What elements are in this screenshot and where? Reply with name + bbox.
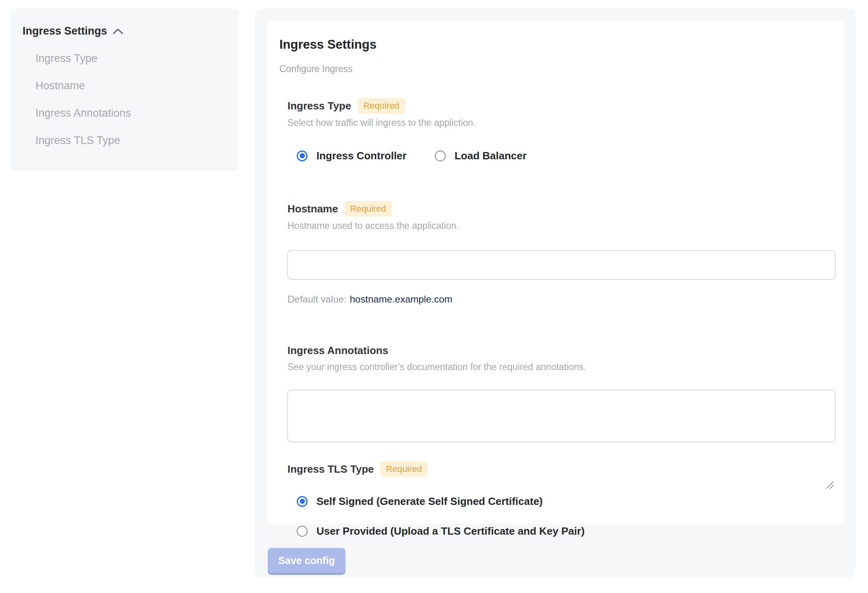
radio-button-icon[interactable] — [297, 150, 308, 161]
field-ingress-tls-type: Ingress TLS Type Required Self Signed (G… — [287, 461, 831, 538]
hostname-help: Hostname used to access the application. — [287, 220, 831, 232]
sidebar-section-toggle[interactable]: Ingress Settings — [23, 23, 227, 39]
required-badge: Required — [380, 461, 428, 477]
ingress-settings-card: Ingress Settings Configure Ingress Ingre… — [267, 21, 843, 523]
ingress-annotations-help: See your ingress controller’s documentat… — [287, 361, 831, 373]
radio-label: User Provided (Upload a TLS Certificate … — [316, 524, 585, 538]
hostname-input[interactable] — [287, 250, 835, 280]
ingress-tls-type-label: Ingress TLS Type — [287, 462, 374, 476]
radio-ingress-controller[interactable]: Ingress Controller — [297, 149, 407, 163]
sidebar-item-ingress-annotations[interactable]: Ingress Annotations — [35, 99, 227, 127]
sidebar-item-ingress-tls-type[interactable]: Ingress TLS Type — [35, 127, 227, 154]
hostname-label: Hostname — [287, 202, 338, 216]
ingress-annotations-label: Ingress Annotations — [287, 343, 388, 358]
radio-label: Self Signed (Generate Self Signed Certif… — [316, 494, 543, 508]
radio-button-icon[interactable] — [435, 150, 446, 161]
sidebar-section-title: Ingress Settings — [23, 23, 107, 39]
default-value-label: Default value: — [287, 294, 347, 305]
radio-load-balancer[interactable]: Load Balancer — [435, 149, 527, 163]
radio-label: Ingress Controller — [316, 149, 407, 163]
ingress-annotations-textarea[interactable] — [287, 390, 835, 442]
radio-label: Load Balancer — [455, 149, 527, 163]
field-ingress-type: Ingress Type Required Select how traffic… — [287, 98, 831, 163]
chevron-up-icon — [113, 23, 123, 39]
field-hostname: Hostname Required Hostname used to acces… — [287, 201, 831, 305]
ingress-type-help: Select how traffic will ingress to the a… — [287, 117, 831, 129]
default-value-text: hostname.example.com — [350, 294, 453, 305]
required-badge: Required — [358, 98, 405, 113]
ingress-annotations-textarea-wrap — [287, 390, 835, 442]
ingress-type-label: Ingress Type — [287, 99, 351, 113]
ingress-settings-panel: Ingress Settings Configure Ingress Ingre… — [255, 9, 856, 578]
save-config-button[interactable]: Save config — [268, 548, 345, 573]
radio-self-signed[interactable]: Self Signed (Generate Self Signed Certif… — [297, 494, 831, 508]
ingress-type-radio-group: Ingress Controller Load Balancer — [297, 149, 831, 163]
page-subtitle: Configure Ingress — [279, 63, 831, 75]
radio-button-icon[interactable] — [297, 526, 308, 537]
hostname-default-note: Default value:hostname.example.com — [287, 293, 831, 305]
ingress-tls-radio-group: Self Signed (Generate Self Signed Certif… — [297, 494, 831, 538]
radio-button-icon[interactable] — [297, 496, 308, 507]
ingress-settings-sidebar: Ingress Settings Ingress Type Hostname I… — [10, 9, 239, 171]
page-title: Ingress Settings — [279, 36, 831, 53]
radio-user-provided[interactable]: User Provided (Upload a TLS Certificate … — [297, 524, 831, 538]
sidebar-item-hostname[interactable]: Hostname — [35, 72, 227, 99]
required-badge: Required — [345, 201, 392, 216]
sidebar-item-ingress-type[interactable]: Ingress Type — [35, 45, 227, 72]
field-ingress-annotations: Ingress Annotations See your ingress con… — [287, 343, 831, 442]
sidebar-nav: Ingress Type Hostname Ingress Annotation… — [35, 45, 227, 154]
